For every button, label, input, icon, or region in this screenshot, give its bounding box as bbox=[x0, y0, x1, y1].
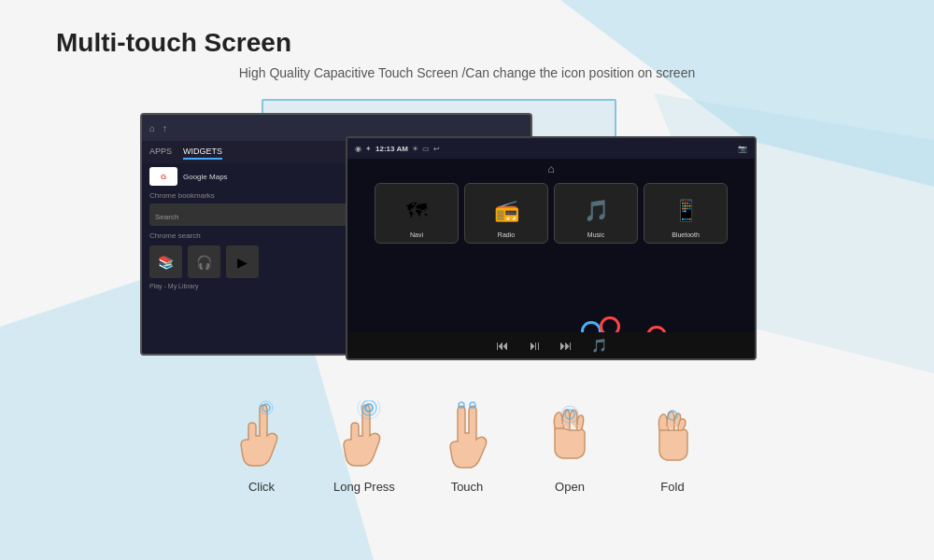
fold-label: Fold bbox=[660, 480, 684, 494]
bluetooth-icon: ✦ bbox=[365, 145, 372, 153]
music-btn[interactable]: 🎵 bbox=[591, 338, 607, 353]
gesture-fold: Fold bbox=[640, 398, 705, 494]
google-maps-icon: G bbox=[149, 167, 177, 186]
search-placeholder: Search bbox=[155, 213, 178, 221]
music-tile[interactable]: 🎵 Music bbox=[554, 183, 638, 244]
book-icon: 📚 bbox=[149, 245, 182, 278]
navi-tile[interactable]: 🗺 Navi bbox=[375, 183, 459, 244]
radio-label: Radio bbox=[498, 231, 515, 238]
bottom-controls: ⏮ ⏯ ⏭ 🎵 bbox=[347, 332, 755, 358]
headphone-icon: 🎧 bbox=[188, 245, 220, 278]
navi-img: 🗺 bbox=[375, 189, 458, 231]
battery-icon: ▭ bbox=[422, 145, 430, 153]
touch-label: Touch bbox=[451, 480, 484, 494]
open-icon bbox=[537, 398, 602, 472]
open-label: Open bbox=[555, 480, 585, 494]
gesture-longpress: Long Press bbox=[332, 398, 397, 494]
app-grid: 🗺 Navi 📻 Radio 🎵 Music 📱 Bluetooth bbox=[347, 179, 755, 247]
gesture-touch: Touch bbox=[434, 398, 500, 494]
home-area: ⌂ bbox=[347, 159, 755, 179]
gestures-section: Click Long Press bbox=[56, 398, 878, 494]
next-btn[interactable]: ⏭ bbox=[559, 338, 573, 353]
clock-display: 12:13 AM bbox=[375, 145, 408, 153]
signal-icon: ↑ bbox=[163, 123, 167, 133]
play-icon: ▶ bbox=[226, 245, 259, 278]
radio-img: 📻 bbox=[465, 189, 547, 231]
gps-icon: ◉ bbox=[355, 145, 361, 153]
play-btn[interactable]: ⏯ bbox=[528, 338, 541, 353]
navi-label: Navi bbox=[410, 231, 423, 238]
google-maps-label: Google Maps bbox=[183, 173, 228, 181]
page-title: Multi-touch Screen bbox=[56, 28, 878, 58]
screen-mockup-area: ⌂ ↑ APPS WIDGETS G Google Maps Chrome bo… bbox=[140, 99, 794, 379]
longpress-label: Long Press bbox=[333, 480, 395, 494]
bluetooth-label: Bluetooth bbox=[672, 231, 700, 238]
fold-icon bbox=[640, 398, 705, 472]
bluetooth-img: 📱 bbox=[644, 189, 727, 231]
camera-icon: 📷 bbox=[738, 145, 747, 153]
gesture-click: Click bbox=[229, 398, 294, 494]
topbar-left: ◉ ✦ 12:13 AM ☀ ▭ ↩ bbox=[355, 145, 440, 153]
click-label: Click bbox=[248, 480, 275, 494]
touch-icon bbox=[434, 398, 500, 472]
front-topbar: ◉ ✦ 12:13 AM ☀ ▭ ↩ 📷 bbox=[347, 138, 755, 159]
screen-front: ◉ ✦ 12:13 AM ☀ ▭ ↩ 📷 ⌂ 🗺 Navi bbox=[346, 136, 757, 360]
longpress-icon bbox=[332, 398, 397, 472]
tab-apps[interactable]: APPS bbox=[149, 145, 172, 160]
tab-widgets[interactable]: WIDGETS bbox=[183, 145, 222, 160]
page-subtitle: High Quality Capacitive Touch Screen /Ca… bbox=[56, 65, 878, 80]
click-icon bbox=[229, 398, 294, 472]
bluetooth-tile[interactable]: 📱 Bluetooth bbox=[644, 183, 728, 244]
back-icon: ↩ bbox=[433, 145, 440, 153]
prev-btn[interactable]: ⏮ bbox=[496, 338, 509, 353]
radio-tile[interactable]: 📻 Radio bbox=[464, 183, 548, 244]
home-icon: ⌂ bbox=[149, 123, 155, 133]
my-library-label: Play - My Library bbox=[149, 283, 199, 289]
brightness-icon: ☀ bbox=[412, 145, 418, 153]
home-sym: ⌂ bbox=[547, 162, 554, 175]
gesture-open: Open bbox=[537, 398, 602, 494]
music-label: Music bbox=[587, 231, 604, 238]
music-img: 🎵 bbox=[555, 189, 637, 231]
